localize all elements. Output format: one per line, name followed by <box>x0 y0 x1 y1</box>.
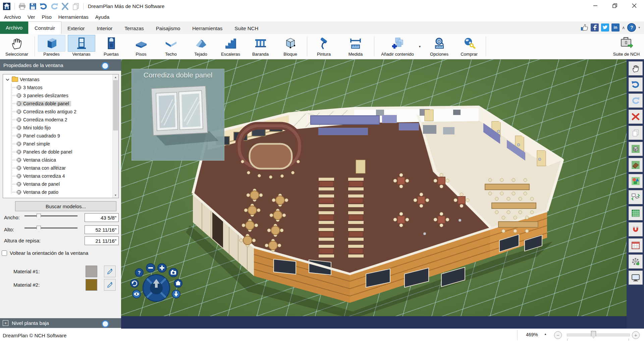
home-view-button[interactable] <box>174 279 182 287</box>
rail-show-roof-button[interactable] <box>629 158 643 172</box>
orbit-mode-button[interactable] <box>130 279 139 287</box>
material-1-swatch[interactable] <box>86 266 97 277</box>
rail-redo-button[interactable] <box>629 94 643 108</box>
rail-display-button[interactable] <box>629 271 643 285</box>
twitter-icon[interactable] <box>601 23 609 32</box>
slider-thumb[interactable] <box>37 226 41 231</box>
tree-item[interactable]: Mini toldo fijo <box>4 124 112 132</box>
tab-herramientas[interactable]: Herramientas <box>186 23 228 34</box>
techo-button[interactable]: Techo <box>156 34 186 59</box>
copy-icon[interactable] <box>71 2 80 11</box>
tab-terrazas[interactable]: Terrazas <box>118 23 150 34</box>
app-logo-icon[interactable] <box>3 2 11 11</box>
flip-orientation-checkbox[interactable] <box>2 250 7 256</box>
more-options-arrow-icon[interactable]: ▾ <box>638 26 640 29</box>
tree-item-selected[interactable]: Corrediza doble panel <box>4 100 112 108</box>
tree-item[interactable]: Ventana con alféizar <box>4 164 112 172</box>
expand-level-icon[interactable]: + <box>3 320 8 326</box>
tree-item[interactable]: Ventana corrediza 4 <box>4 172 112 180</box>
zoom-in-button[interactable]: + <box>632 331 640 339</box>
tree-item[interactable]: Corrediza estilo antiguo 2 <box>4 108 112 116</box>
rail-delete-button[interactable] <box>629 110 643 124</box>
pan-down-button[interactable] <box>172 290 180 298</box>
menu-ayuda[interactable]: Ayuda <box>92 13 113 21</box>
save-icon[interactable] <box>29 2 37 11</box>
tab-interior[interactable]: Interior <box>91 23 119 34</box>
bloque-button[interactable]: Bloque <box>275 34 305 59</box>
tree-scrollbar[interactable]: ▲ ▼ <box>112 74 118 198</box>
scroll-down-icon[interactable]: ▼ <box>113 192 118 198</box>
restore-button[interactable] <box>605 0 625 11</box>
close-button[interactable] <box>625 0 644 11</box>
menu-herramientas[interactable]: Herramientas <box>55 13 92 21</box>
level-pin-icon[interactable] <box>102 320 109 328</box>
slider-thumb[interactable] <box>37 214 41 219</box>
viewport-3d[interactable]: Corrediza doble panel <box>121 59 627 329</box>
alto-slider[interactable] <box>24 225 77 231</box>
ventanas-button[interactable]: Ventanas <box>66 34 96 59</box>
rail-render-settings-button[interactable] <box>629 254 643 269</box>
thumbs-up-icon[interactable] <box>580 23 588 32</box>
zoom-slider-thumb[interactable] <box>591 331 596 338</box>
tab-exterior[interactable]: Exterior <box>61 23 91 34</box>
tab-suite-nch[interactable]: Suite NCH <box>228 23 264 34</box>
tree-item[interactable]: Corrediza moderna 2 <box>4 116 112 124</box>
paredes-button[interactable]: Paredes <box>37 34 66 59</box>
medida-button[interactable]: Medida <box>339 34 372 59</box>
rail-materials-table-button[interactable] <box>629 238 643 252</box>
seleccionar-button[interactable]: Seleccionar <box>1 34 33 59</box>
collapse-ribbon-icon[interactable]: ∧ <box>622 25 625 30</box>
compass-help-button[interactable]: ? <box>135 269 143 277</box>
opciones-button[interactable]: Opciones <box>424 34 454 59</box>
scroll-up-icon[interactable]: ▲ <box>113 74 118 80</box>
baranda-button[interactable]: Baranda <box>246 34 275 59</box>
linkedin-icon[interactable]: in <box>611 23 620 32</box>
material-2-picker-button[interactable] <box>104 279 116 291</box>
material-1-picker-button[interactable] <box>104 266 116 277</box>
chevron-down-icon[interactable] <box>6 78 9 81</box>
anadir-contenido-button[interactable]: Añadir contenido <box>376 34 419 59</box>
facebook-icon[interactable] <box>591 23 599 32</box>
level-bar[interactable]: + Nivel planta baja <box>0 318 121 328</box>
minimize-button[interactable] <box>586 0 605 11</box>
menu-archivo[interactable]: Archivo <box>1 13 24 21</box>
tab-construir[interactable]: Construir <box>28 21 61 34</box>
redo-icon[interactable] <box>50 2 59 11</box>
zoom-level-value[interactable]: 469% <box>526 332 538 337</box>
rail-show-blocks-button[interactable] <box>629 142 643 156</box>
tree-item[interactable]: Ventana de patio <box>4 188 112 196</box>
rail-select-hand-button[interactable] <box>629 61 643 75</box>
suite-de-nch-button[interactable]: Suite de NCH <box>611 34 641 59</box>
escaleras-button[interactable]: Escaleras <box>216 34 246 59</box>
tree-item[interactable]: 3 paneles deslizantes <box>4 92 112 100</box>
rail-toggle-2d-3d-button[interactable] <box>629 190 643 204</box>
panel-pin-icon[interactable] <box>101 62 109 70</box>
menu-ver[interactable]: Ver <box>24 13 39 21</box>
snapshot-camera-button[interactable] <box>169 268 178 277</box>
rail-undo-button[interactable] <box>629 77 643 92</box>
pisos-button[interactable]: Pisos <box>126 34 156 59</box>
zoom-out-button[interactable]: − <box>554 331 562 339</box>
tree-item[interactable]: 3 Marcos <box>4 83 112 92</box>
tree-item[interactable]: Panel simple <box>4 140 112 148</box>
rail-show-grid-button[interactable] <box>629 206 643 220</box>
altura-repisa-input[interactable] <box>85 236 119 245</box>
alto-input[interactable] <box>85 225 119 234</box>
undo-icon[interactable] <box>39 2 48 11</box>
zoom-in-compass-button[interactable] <box>158 264 166 272</box>
print-icon[interactable] <box>18 2 26 11</box>
help-icon[interactable]: ? <box>627 23 636 32</box>
cut-icon[interactable] <box>61 2 69 11</box>
add-content-dropdown-icon[interactable]: ▾ <box>419 45 424 48</box>
tree-item[interactable]: Panel cuadrado 9 <box>4 132 112 140</box>
rail-snap-magnet-button[interactable] <box>629 222 643 236</box>
tejado-button[interactable]: Tejado <box>186 34 216 59</box>
scrollbar-thumb[interactable] <box>113 80 118 130</box>
comprar-button[interactable]: Comprar <box>454 34 484 59</box>
tree-item[interactable]: Ventana clásica <box>4 156 112 164</box>
rail-show-objects-button[interactable] <box>629 174 643 188</box>
material-2-swatch[interactable] <box>86 279 97 291</box>
menu-piso[interactable]: Piso <box>39 13 55 21</box>
puertas-button[interactable]: Puertas <box>96 34 126 59</box>
rail-copy-button[interactable] <box>629 126 643 140</box>
